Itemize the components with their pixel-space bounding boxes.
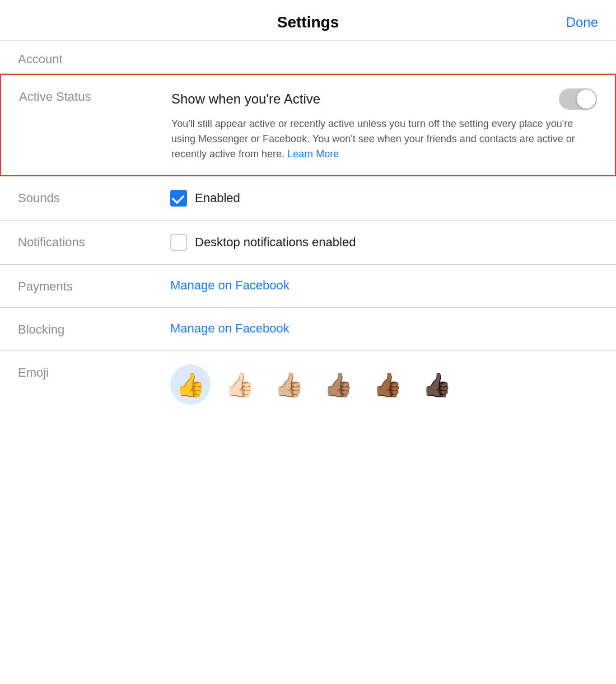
notifications-checkbox-label: Desktop notifications enabled xyxy=(195,235,356,250)
notifications-checkbox[interactable] xyxy=(170,234,187,251)
active-status-label: Active Status xyxy=(19,88,153,104)
page-title: Settings xyxy=(277,13,339,31)
sounds-checkbox-label: Enabled xyxy=(195,191,240,205)
notifications-content: Desktop notifications enabled xyxy=(170,234,598,251)
emoji-row: Emoji 👍 👍🏻 👍🏼 👍🏽 👍🏾 👍🏿 xyxy=(0,351,616,418)
emoji-item-4[interactable]: 👍🏾 xyxy=(367,364,408,405)
emoji-content: 👍 👍🏻 👍🏼 👍🏽 👍🏾 👍🏿 xyxy=(170,364,598,405)
notifications-label: Notifications xyxy=(18,234,152,250)
page-wrapper: Settings Done Account Active Status Show… xyxy=(0,0,616,684)
emoji-item-5[interactable]: 👍🏿 xyxy=(417,364,457,405)
account-section: Account xyxy=(0,41,616,73)
emoji-label: Emoji xyxy=(18,364,152,380)
payments-link[interactable]: Manage on Facebook xyxy=(170,278,598,293)
active-status-title: Show when you're Active xyxy=(171,91,320,107)
emoji-item-0[interactable]: 👍 xyxy=(170,364,211,405)
active-status-toggle[interactable] xyxy=(559,88,597,110)
toggle-knob xyxy=(577,90,596,109)
notifications-row: Notifications Desktop notifications enab… xyxy=(0,221,616,265)
emoji-item-1[interactable]: 👍🏻 xyxy=(220,364,260,405)
header: Settings Done xyxy=(0,0,616,41)
payments-content: Manage on Facebook xyxy=(170,278,598,293)
payments-label: Payments xyxy=(18,278,152,294)
emoji-options: 👍 👍🏻 👍🏼 👍🏽 👍🏾 👍🏿 xyxy=(170,364,598,405)
payments-row: Payments Manage on Facebook xyxy=(0,265,616,308)
active-status-content: Show when you're Active You'll still app… xyxy=(171,88,597,162)
sounds-row: Sounds Enabled xyxy=(0,176,616,221)
done-button[interactable]: Done xyxy=(566,15,598,30)
blocking-content: Manage on Facebook xyxy=(170,321,598,336)
blocking-label: Blocking xyxy=(18,321,152,337)
active-status-description: You'll still appear active or recently a… xyxy=(171,116,597,162)
emoji-item-3[interactable]: 👍🏽 xyxy=(318,364,358,405)
emoji-item-2[interactable]: 👍🏼 xyxy=(269,364,309,405)
blocking-link[interactable]: Manage on Facebook xyxy=(170,321,598,336)
sounds-checkbox[interactable] xyxy=(170,190,187,207)
sounds-checkbox-row: Enabled xyxy=(170,190,598,207)
blocking-row: Blocking Manage on Facebook xyxy=(0,308,616,351)
account-label: Account xyxy=(18,52,63,66)
learn-more-link[interactable]: Learn More xyxy=(287,148,339,160)
active-status-top: Show when you're Active xyxy=(171,88,597,110)
active-status-row: Active Status Show when you're Active Yo… xyxy=(0,74,616,176)
sounds-label: Sounds xyxy=(18,190,152,205)
notifications-checkbox-row: Desktop notifications enabled xyxy=(170,234,598,251)
settings-content: Account Active Status Show when you're A… xyxy=(0,41,616,684)
sounds-content: Enabled xyxy=(170,190,598,207)
